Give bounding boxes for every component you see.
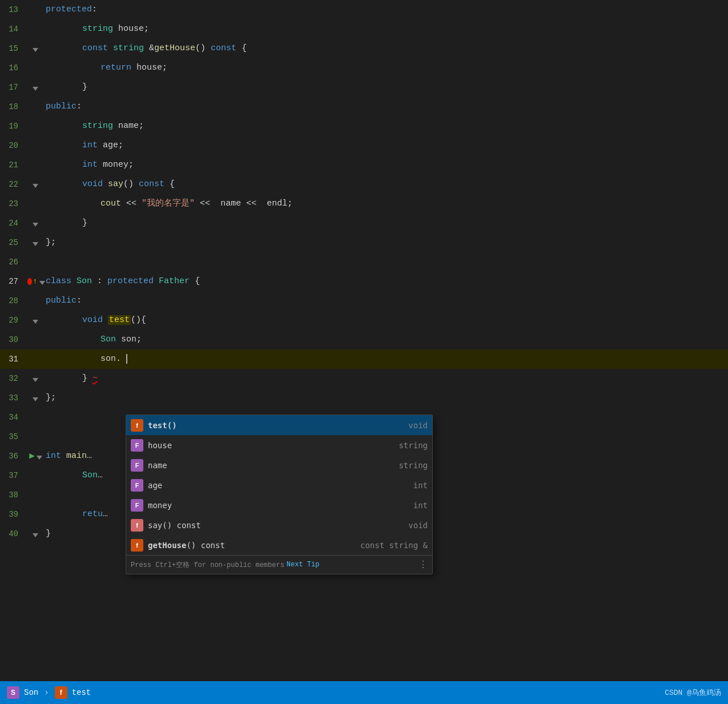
line-content-36: int main… xyxy=(43,446,92,466)
fold-icon-36[interactable] xyxy=(36,453,43,460)
ac-type-house: string xyxy=(399,441,428,450)
fold-icon-27[interactable] xyxy=(39,278,43,285)
line-number-14: 14 xyxy=(0,19,27,39)
ac-name-age: age xyxy=(148,481,404,490)
code-line-13: 13 protected: xyxy=(0,0,728,19)
line-number-30: 30 xyxy=(0,330,27,349)
code-line-26: 26 xyxy=(0,252,728,272)
fold-icon-22[interactable] xyxy=(32,181,39,188)
line-content-19: string name; xyxy=(43,116,144,136)
line-number-21: 21 xyxy=(0,155,27,175)
line-content-13: protected: xyxy=(43,0,97,19)
fold-icon-24[interactable] xyxy=(32,220,39,227)
ac-type-test: void xyxy=(408,421,428,430)
highlight-test: test xyxy=(108,315,131,325)
ac-item-say[interactable]: f say() const void xyxy=(126,515,432,535)
ac-name-say: say() const xyxy=(148,521,399,530)
ac-footer-dots[interactable]: ⋮ xyxy=(419,559,428,570)
squiggle-32: ~ xyxy=(92,373,98,383)
autocomplete-popup: f test() void F house string F name stri… xyxy=(126,415,433,574)
line-content-15: const string &getHouse() const { xyxy=(43,39,247,58)
line-number-17: 17 xyxy=(0,78,27,97)
fold-icon-25[interactable] xyxy=(32,239,39,246)
gutter-15 xyxy=(27,45,43,52)
ac-type-age: int xyxy=(413,481,428,490)
status-class-icon: S xyxy=(7,686,19,699)
code-line-29: 29 void test(){ xyxy=(0,311,728,330)
line-number-23: 23 xyxy=(0,194,27,214)
line-number-24: 24 xyxy=(0,214,27,233)
code-line-19: 19 string name; xyxy=(0,116,728,136)
line-number-39: 39 xyxy=(0,505,27,524)
code-area: 13 protected: 14 string house; 15 const … xyxy=(0,0,728,681)
status-bar-left: S Son › f test xyxy=(7,686,91,699)
line-number-25: 25 xyxy=(0,233,27,252)
ac-type-name: string xyxy=(399,461,428,470)
line-number-32: 32 xyxy=(0,369,27,388)
fold-icon-15[interactable] xyxy=(32,45,39,52)
line-content-29: void test(){ xyxy=(43,311,146,330)
code-line-18: 18 public: xyxy=(0,97,728,116)
ac-type-money: int xyxy=(413,501,428,510)
code-line-31: 31 son. xyxy=(0,349,728,369)
gutter-24 xyxy=(27,220,43,227)
ac-name-gethouse: getHouse() const xyxy=(148,541,351,550)
line-content-24: } xyxy=(43,214,87,233)
ac-item-test[interactable]: f test() void xyxy=(126,415,432,435)
ac-item-gethouse[interactable]: f getHouse() const const string & xyxy=(126,535,432,555)
line-content-40: } xyxy=(43,524,51,544)
line-number-38: 38 xyxy=(0,485,27,505)
line-number-15: 15 xyxy=(0,39,27,58)
line-number-34: 34 xyxy=(0,408,27,427)
line-content-16: return house; xyxy=(43,58,167,78)
gutter-29 xyxy=(27,317,43,324)
gutter-25 xyxy=(27,239,43,246)
status-fn-icon: f xyxy=(55,686,67,699)
code-line-33: 33 }; xyxy=(0,388,728,408)
line-number-20: 20 xyxy=(0,136,27,155)
fold-icon-33[interactable] xyxy=(32,395,39,401)
line-number-40: 40 xyxy=(0,524,27,544)
fold-icon-17[interactable] xyxy=(32,84,39,91)
line-number-35: 35 xyxy=(0,427,27,446)
ac-type-say: void xyxy=(408,521,428,530)
code-line-25: 25 }; xyxy=(0,233,728,252)
fold-icon-29[interactable] xyxy=(32,317,39,324)
fold-icon-40[interactable] xyxy=(32,530,39,537)
code-lines: 13 protected: 14 string house; 15 const … xyxy=(0,0,728,681)
ac-icon-say: f xyxy=(131,519,143,532)
fold-icon-32[interactable] xyxy=(32,375,39,382)
next-tip-button[interactable]: Next Tip xyxy=(287,561,320,569)
line-number-31: 31 xyxy=(0,349,27,369)
ac-name-money: money xyxy=(148,501,404,510)
ac-item-name[interactable]: F name string xyxy=(126,455,432,475)
line-number-29: 29 xyxy=(0,311,27,330)
ac-footer-text: Press Ctrl+空格 for non-public members xyxy=(131,560,284,570)
ac-name-name: name xyxy=(148,461,389,470)
code-line-30: 30 Son son; xyxy=(0,330,728,349)
line-number-13: 13 xyxy=(0,0,27,19)
line-content-18: public: xyxy=(43,97,82,116)
ac-icon-test: f xyxy=(131,419,143,432)
ac-icon-gethouse: f xyxy=(131,539,143,552)
line-content-21: int money; xyxy=(43,155,134,175)
gutter-36: ▶ xyxy=(27,446,43,466)
gutter-17 xyxy=(27,84,43,91)
line-content-22: void say() const { xyxy=(43,175,175,194)
gutter-27: ↑ xyxy=(27,272,43,291)
code-line-27: 27 ↑ class Son : protected Father { xyxy=(0,272,728,291)
ac-item-age[interactable]: F age int xyxy=(126,475,432,495)
line-number-18: 18 xyxy=(0,97,27,116)
line-content-20: int age; xyxy=(43,136,123,155)
ac-item-money[interactable]: F money int xyxy=(126,495,432,515)
code-line-17: 17 } xyxy=(0,78,728,97)
status-class-name: Son xyxy=(24,688,38,697)
ac-item-house[interactable]: F house string xyxy=(126,435,432,455)
code-line-24: 24 } xyxy=(0,214,728,233)
gutter-40 xyxy=(27,530,43,537)
breakpoint-27[interactable] xyxy=(27,278,32,285)
line-content-37: Son… xyxy=(43,466,103,485)
line-number-33: 33 xyxy=(0,388,27,408)
run-marker-36: ▶ xyxy=(29,446,35,466)
status-bar-right: CSDN @乌鱼鸡汤 xyxy=(665,687,721,698)
